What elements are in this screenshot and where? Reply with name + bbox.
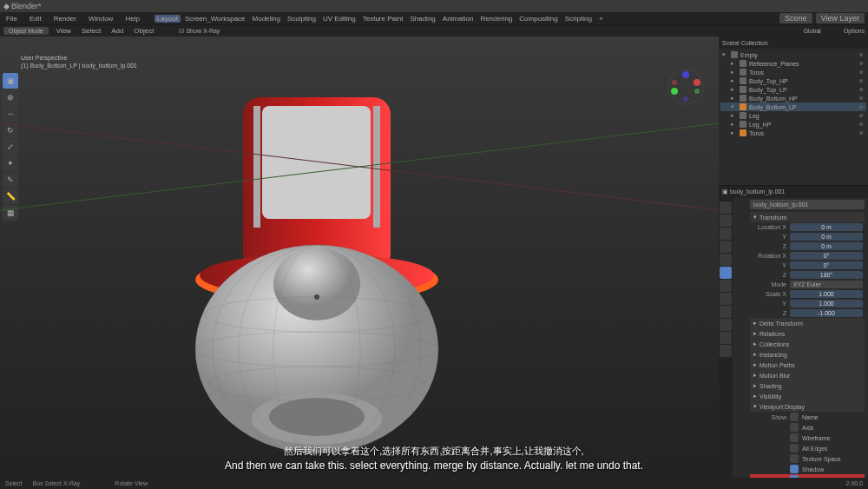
tab-material[interactable] — [720, 345, 732, 357]
view-menu[interactable]: View — [54, 27, 74, 35]
select-menu[interactable]: Select — [79, 27, 103, 35]
object-name-field[interactable]: body_bottom_lp.001 — [750, 200, 865, 209]
rotation-mode[interactable]: XYZ Euler — [790, 281, 863, 288]
tab-modifier[interactable] — [720, 280, 732, 292]
section-transform[interactable]: ▾ Transform — [750, 212, 865, 222]
section-motionblur[interactable]: ▸ Motion Blur — [750, 370, 865, 380]
tab-physics[interactable] — [720, 306, 732, 318]
tool-transform[interactable]: ✦ — [3, 155, 18, 171]
workspace-shading[interactable]: Shading — [407, 15, 437, 23]
options-button[interactable]: Options — [844, 28, 865, 34]
tree-item[interactable]: ▸Body_Bottom_HP👁 — [720, 94, 866, 102]
location-y[interactable]: 0 m — [790, 233, 863, 241]
workspace-scripting[interactable]: Scripting — [562, 15, 595, 23]
workspace-uvediting[interactable]: UV Editing — [320, 15, 358, 23]
workspace-layout[interactable]: Layout — [155, 15, 181, 23]
visibility-icon[interactable]: 👁 — [858, 52, 865, 58]
viewport[interactable]: User Perspective (1) Body_Bottom_LP | bo… — [0, 36, 719, 478]
location-x[interactable]: 0 m — [790, 223, 863, 231]
section-visibility[interactable]: ▸ Visibility — [750, 391, 865, 401]
tab-render[interactable] — [720, 202, 732, 214]
tab-object[interactable] — [720, 267, 732, 279]
show-alledges[interactable] — [790, 444, 799, 453]
tab-output[interactable] — [720, 215, 732, 227]
visibility-icon[interactable]: 👁 — [858, 61, 865, 67]
tree-item[interactable]: ▸Leg👁 — [720, 111, 866, 120]
visibility-icon[interactable]: 👁 — [858, 130, 865, 136]
show-axis[interactable] — [790, 423, 799, 432]
scale-y[interactable]: 1.000 — [790, 300, 863, 307]
section-motionpaths[interactable]: ▸ Motion Paths — [750, 360, 865, 370]
show-xray-toggle[interactable]: ☑ Show X-Ray — [179, 28, 220, 35]
transform-orientation[interactable]: Global — [804, 28, 821, 34]
tab-scene[interactable] — [720, 241, 732, 253]
section-delta[interactable]: ▸ Delta Transform — [750, 318, 865, 328]
tree-item[interactable]: ▸Torus👁 — [720, 68, 866, 76]
viewlayer-selector[interactable]: View Layer — [816, 13, 865, 23]
svg-point-3 — [682, 71, 689, 78]
visibility-icon[interactable]: 👁 — [858, 69, 865, 76]
mode-selector[interactable]: Object Mode — [3, 27, 49, 35]
tree-item[interactable]: ▸Leg_HP👁 — [720, 120, 866, 129]
menu-render[interactable]: Render — [51, 15, 79, 23]
workspace-screen[interactable]: Screen_Workspace — [182, 15, 248, 23]
tree-item[interactable]: ▸Reference_Planes👁 — [720, 59, 866, 68]
show-texturespace[interactable] — [790, 454, 799, 463]
tool-select[interactable]: ▣ — [3, 73, 18, 89]
tool-rotate[interactable]: ↻ — [3, 122, 18, 138]
object-menu[interactable]: Object — [131, 27, 156, 35]
workspace-add[interactable]: + — [596, 15, 606, 23]
tree-item-selected[interactable]: ▾Body_Bottom_LP👁 — [720, 102, 866, 111]
workspace-texturepaint[interactable]: Texture Paint — [360, 15, 406, 23]
location-z[interactable]: 0 m — [790, 242, 863, 250]
workspace-sculpting[interactable]: Sculpting — [285, 15, 319, 23]
show-shadow[interactable] — [790, 465, 799, 473]
section-relations[interactable]: ▸ Relations — [750, 328, 865, 339]
tool-measure[interactable]: 📏 — [3, 188, 18, 204]
visibility-icon[interactable]: 👁 — [858, 78, 865, 84]
workspace-modeling[interactable]: Modeling — [250, 15, 283, 23]
workspace-rendering[interactable]: Rendering — [477, 15, 515, 23]
tool-cursor[interactable]: ⊕ — [3, 89, 18, 105]
menu-bar: File Edit Render Window Help Layout Scre… — [0, 12, 868, 24]
menu-window[interactable]: Window — [86, 15, 115, 23]
rotation-x[interactable]: 0° — [790, 252, 863, 260]
tab-particles[interactable] — [720, 293, 732, 305]
scale-z[interactable]: -1.000 — [790, 309, 863, 317]
tab-constraint[interactable] — [720, 319, 732, 331]
tool-addcube[interactable]: ▦ — [3, 205, 18, 221]
section-collections[interactable]: ▸ Collections — [750, 339, 865, 349]
tab-viewlayer[interactable] — [720, 228, 732, 240]
scene-selector[interactable]: Scene — [779, 13, 812, 23]
section-instancing[interactable]: ▸ Instancing — [750, 349, 865, 360]
tool-move[interactable]: ↔ — [3, 106, 18, 122]
menu-edit[interactable]: Edit — [27, 15, 44, 23]
section-shading[interactable]: ▸ Shading — [750, 380, 865, 391]
tree-item[interactable]: ▸Body_Top_LP👁 — [720, 85, 866, 94]
section-viewport-display[interactable]: ▾ Viewport Display — [750, 401, 865, 412]
show-name[interactable] — [790, 413, 799, 421]
menu-help[interactable]: Help — [122, 15, 141, 23]
visibility-icon[interactable]: 👁 — [858, 122, 865, 128]
tool-scale[interactable]: ⤢ — [3, 139, 18, 155]
tool-annotate[interactable]: ✎ — [3, 172, 18, 188]
rotation-z[interactable]: 180° — [790, 271, 863, 279]
workspace-animation[interactable]: Animation — [440, 15, 477, 23]
visibility-icon[interactable]: 👁 — [858, 104, 865, 110]
navigation-gizmo[interactable] — [667, 68, 705, 106]
workspace-compositing[interactable]: Compositing — [516, 15, 560, 23]
breadcrumb: ▣ body_bottom_lp.001 — [722, 188, 785, 195]
visibility-icon[interactable]: 👁 — [858, 113, 865, 119]
visibility-icon[interactable]: 👁 — [858, 96, 865, 102]
menu-file[interactable]: File — [3, 15, 20, 23]
scale-x[interactable]: 1.000 — [790, 290, 863, 298]
add-menu[interactable]: Add — [108, 27, 126, 35]
tree-item[interactable]: ▸Torus👁 — [720, 129, 866, 137]
tab-data[interactable] — [720, 332, 732, 344]
visibility-icon[interactable]: 👁 — [858, 87, 865, 93]
tab-world[interactable] — [720, 254, 732, 266]
rotation-y[interactable]: 0° — [790, 261, 863, 269]
show-wireframe[interactable] — [790, 433, 799, 442]
tree-item[interactable]: ▾Empty👁 — [720, 50, 866, 59]
tree-item[interactable]: ▸Body_Top_HP👁 — [720, 76, 866, 85]
